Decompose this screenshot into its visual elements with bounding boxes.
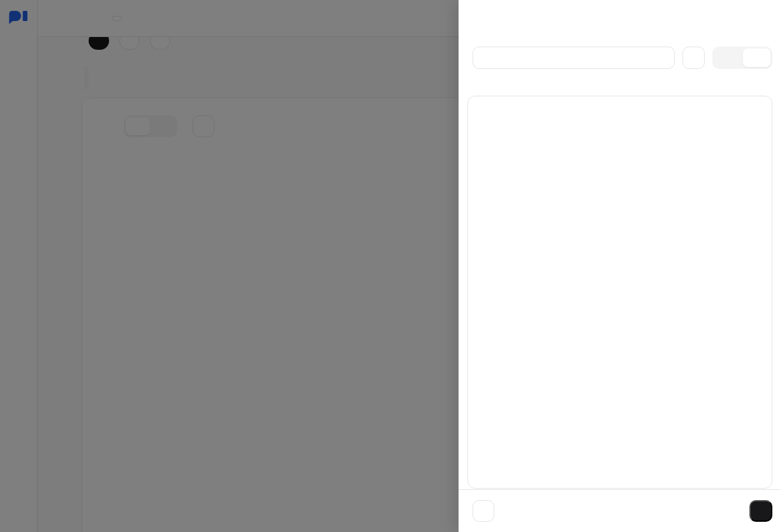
cancel-button[interactable] <box>473 500 494 522</box>
grid-view-button[interactable] <box>714 48 742 67</box>
panel-filter-button[interactable] <box>682 47 705 69</box>
asset-search-input[interactable] <box>473 47 675 69</box>
search-icon <box>480 52 490 63</box>
add-assets-button[interactable] <box>749 500 772 522</box>
assets-table <box>467 96 772 489</box>
panel-footer <box>459 489 780 532</box>
close-icon[interactable] <box>760 9 772 20</box>
panel-search-row <box>473 47 772 69</box>
panel-view-toggle <box>712 47 772 69</box>
table-header <box>468 96 772 127</box>
table-view-button[interactable] <box>743 48 770 67</box>
add-assets-panel <box>459 0 780 532</box>
